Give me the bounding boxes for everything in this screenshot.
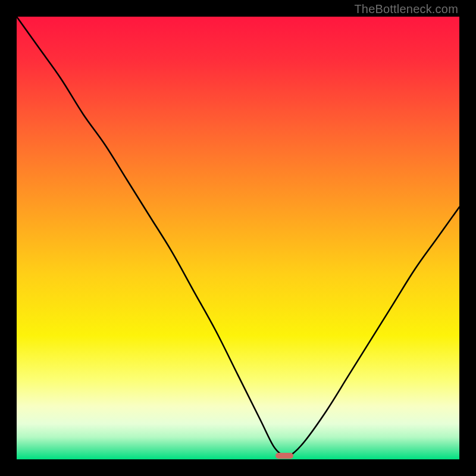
svg-rect-0	[17, 17, 459, 459]
watermark-text: TheBottleneck.com	[354, 2, 458, 16]
heat-gradient-background	[17, 17, 459, 459]
plot-area	[17, 17, 459, 459]
chart-frame: TheBottleneck.com	[0, 0, 476, 476]
optimum-marker	[275, 453, 293, 459]
